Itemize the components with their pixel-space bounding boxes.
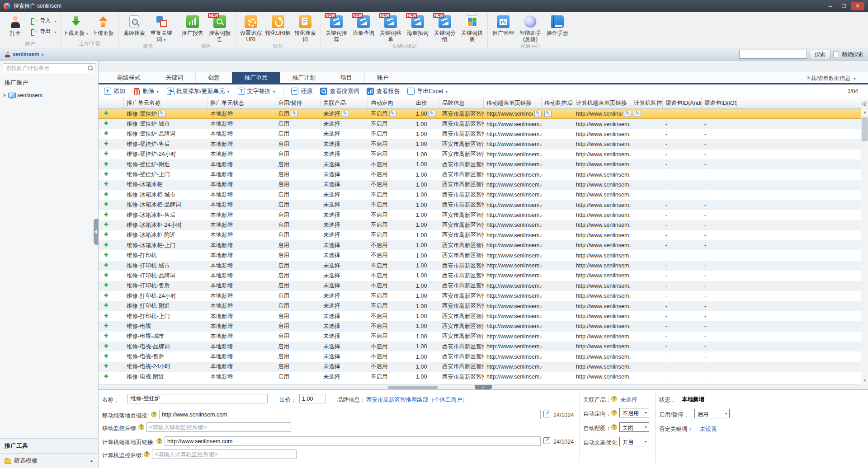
cell-pc-url[interactable]: http://www.senlinsem.c... bbox=[573, 139, 631, 149]
cell-channel-ios[interactable]: - bbox=[702, 230, 737, 240]
cell-product[interactable]: 未选择 bbox=[321, 240, 368, 250]
cell-product[interactable]: 未选择 bbox=[321, 362, 368, 372]
cell-mobile-url[interactable]: http://www.senlinsem.c... bbox=[484, 190, 542, 200]
cell-brand[interactable]: 西安市高新区智推... bbox=[439, 372, 484, 382]
maximize-button[interactable] bbox=[837, 2, 851, 10]
cell-product[interactable]: 未选择 bbox=[321, 200, 368, 210]
cell-channel-ios[interactable]: - bbox=[702, 210, 737, 220]
cell-product[interactable]: 未选择 bbox=[321, 169, 368, 179]
scroll-up-icon[interactable] bbox=[861, 110, 868, 117]
cell-mobile-suffix[interactable] bbox=[542, 210, 573, 220]
cell-channel-android[interactable]: - bbox=[663, 139, 702, 149]
header-cell[interactable]: 出价 bbox=[413, 98, 439, 108]
cell-mobile-suffix[interactable] bbox=[542, 230, 573, 240]
cell-channel-android[interactable]: - bbox=[663, 129, 702, 139]
row-select-cell[interactable] bbox=[112, 169, 124, 179]
tab-account[interactable]: 账户 bbox=[364, 72, 401, 83]
plus-icon[interactable] bbox=[104, 374, 110, 380]
cell-mobile-suffix[interactable] bbox=[542, 342, 573, 351]
cell-pc-url[interactable]: http://www.senlinsem.c... bbox=[573, 261, 631, 271]
cell-product[interactable]: 未选择 bbox=[321, 129, 368, 139]
cell-mobile-suffix[interactable] bbox=[542, 240, 573, 250]
cell-auto-target[interactable]: 不启用 bbox=[368, 169, 413, 179]
cell-name[interactable]: 维修-电视-品牌词 bbox=[124, 342, 208, 351]
table-row[interactable]: 维修-壁挂炉本地新增启用未选择不启用1.00西安市高新区智推...http://… bbox=[99, 109, 861, 119]
cell-channel-ios[interactable]: - bbox=[702, 281, 737, 291]
cell-status[interactable]: 本地新增 bbox=[208, 311, 275, 321]
cell-brand[interactable]: 西安市高新区智推... bbox=[439, 210, 484, 220]
cell-bid[interactable]: 1.00 bbox=[413, 281, 439, 291]
edit-icon[interactable] bbox=[342, 111, 349, 117]
row-select-cell[interactable] bbox=[112, 271, 124, 281]
cell-channel-android[interactable]: - bbox=[663, 301, 702, 311]
plus-icon[interactable] bbox=[104, 283, 110, 289]
cell-name[interactable]: 维修-打印机-城市 bbox=[124, 261, 208, 271]
cell-brand[interactable]: 西安市高新区智推... bbox=[439, 230, 484, 240]
cell-channel-ios[interactable]: - bbox=[702, 291, 737, 301]
cell-channel-android[interactable]: - bbox=[663, 119, 702, 129]
on-off-select[interactable]: 启用 bbox=[694, 409, 730, 418]
cell-brand[interactable]: 西安市高新区智推... bbox=[439, 169, 484, 179]
batch-add-update-button[interactable]: 批量添加/更新单元 bbox=[167, 87, 230, 95]
cell-pc-suffix[interactable] bbox=[631, 301, 663, 311]
search-button[interactable]: 搜索 bbox=[810, 50, 830, 59]
cell-mobile-suffix[interactable] bbox=[542, 351, 573, 361]
global-search-input[interactable] bbox=[739, 50, 807, 59]
cell-brand[interactable]: 西安市高新区智推... bbox=[439, 150, 484, 159]
cell-pc-suffix[interactable] bbox=[631, 150, 663, 159]
cell-brand[interactable]: 西安市高新区智推... bbox=[439, 180, 484, 190]
edit-icon[interactable] bbox=[544, 111, 552, 117]
cell-status[interactable]: 本地新增 bbox=[208, 332, 275, 342]
cell-channel-ios[interactable]: - bbox=[702, 159, 737, 169]
cell-mobile-suffix[interactable] bbox=[542, 109, 573, 118]
cell-bid[interactable]: 1.00 bbox=[413, 271, 439, 281]
cell-pc-suffix[interactable] bbox=[631, 159, 663, 169]
cell-pc-suffix[interactable] bbox=[631, 190, 663, 200]
download-update-button[interactable]: 下载更新 bbox=[63, 14, 89, 36]
cell-mobile-url[interactable]: http://www.senlinsem.c... bbox=[484, 301, 542, 311]
cell-pc-suffix[interactable] bbox=[631, 230, 663, 240]
cell-name[interactable]: 维修-电视-24小时 bbox=[124, 362, 208, 372]
cell-on-off[interactable]: 启用 bbox=[275, 190, 321, 200]
cell-pc-suffix[interactable] bbox=[631, 210, 663, 220]
row-select-cell[interactable] bbox=[112, 240, 124, 250]
cell-auto-target[interactable]: 不启用 bbox=[368, 210, 413, 220]
cell-channel-android[interactable]: - bbox=[663, 332, 702, 342]
cell-channel-ios[interactable]: - bbox=[702, 180, 737, 190]
cell-name[interactable]: 维修-壁挂炉-上门 bbox=[124, 169, 208, 179]
cell-mobile-suffix[interactable] bbox=[542, 321, 573, 331]
cell-product[interactable]: 未选择 bbox=[321, 261, 368, 271]
cell-pc-url[interactable]: http://www.senlinsem.c... bbox=[573, 250, 631, 260]
cell-mobile-url[interactable]: http://www.senlinsem.c... bbox=[484, 150, 542, 159]
cell-auto-target[interactable]: 不启用 bbox=[368, 190, 413, 200]
cell-brand[interactable]: 西安市高新区智推... bbox=[439, 190, 484, 200]
cell-bid[interactable]: 1.00 bbox=[413, 301, 439, 311]
chevron-down-icon[interactable] bbox=[227, 88, 230, 94]
help-icon[interactable] bbox=[144, 451, 150, 457]
cell-channel-android[interactable]: - bbox=[663, 190, 702, 200]
cell-pc-url[interactable]: http://www.senlinsem.c... bbox=[573, 372, 631, 382]
cell-bid[interactable]: 1.00 bbox=[413, 250, 439, 260]
cell-mobile-suffix[interactable] bbox=[542, 180, 573, 190]
cell-mobile-url[interactable]: http://www.senlinsem.c... bbox=[484, 210, 542, 220]
promotion-report-button[interactable]: 推广报告 bbox=[179, 14, 206, 36]
cell-brand[interactable]: 西安市高新区智推... bbox=[439, 200, 484, 210]
table-row[interactable]: 维修-打印机-城市本地新增启用未选择不启用1.00西安市高新区智推...http… bbox=[99, 261, 861, 271]
cell-auto-target[interactable]: 不启用 bbox=[368, 351, 413, 361]
convert-search-term-button[interactable]: 转化搜索词 bbox=[292, 14, 318, 42]
cell-pc-url[interactable]: http://www.senlinsem.c... bbox=[573, 190, 631, 200]
cell-mobile-url[interactable]: http://www.senlinsem.c... bbox=[484, 332, 542, 342]
product-link[interactable]: 未选择 bbox=[620, 396, 637, 404]
plus-icon[interactable] bbox=[104, 151, 110, 157]
cell-pc-suffix[interactable] bbox=[631, 109, 663, 118]
auto-image-select[interactable]: 关闭 bbox=[619, 422, 649, 432]
plus-icon[interactable] bbox=[104, 314, 110, 319]
cell-on-off[interactable]: 启用 bbox=[275, 301, 321, 311]
upload-update-button[interactable]: 上传更新 bbox=[90, 14, 116, 36]
cell-channel-android[interactable]: - bbox=[663, 321, 702, 331]
plus-icon[interactable] bbox=[104, 354, 110, 360]
horizontal-scrollbar[interactable] bbox=[99, 384, 868, 389]
cell-auto-target[interactable]: 不启用 bbox=[368, 159, 413, 169]
cell-pc-suffix[interactable] bbox=[631, 362, 663, 372]
table-row[interactable]: 维修-壁挂炉-上门本地新增启用未选择不启用1.00西安市高新区智推...http… bbox=[99, 169, 861, 179]
